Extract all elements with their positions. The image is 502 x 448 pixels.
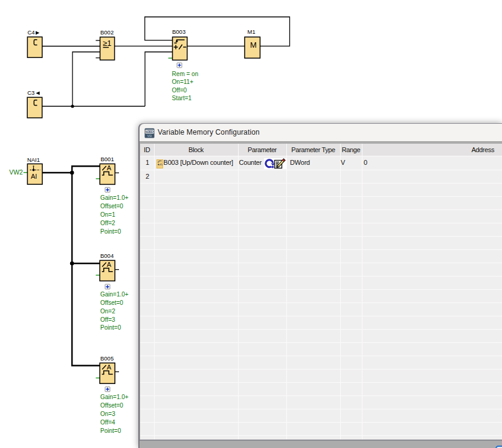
svg-text:On=11+: On=11+ [172,78,194,85]
svg-text:LOGO: LOGO [146,129,153,133]
svg-text:Gain=1.0+: Gain=1.0+ [100,394,129,400]
svg-text:Off=3: Off=3 [100,316,115,323]
svg-text:Point=0: Point=0 [100,427,121,434]
svg-text:Offset=0: Offset=0 [100,203,123,210]
svg-text:C3: C3 [27,89,34,96]
svg-text:Offset=0: Offset=0 [100,402,123,409]
svg-text:C4: C4 [27,29,34,36]
svg-text:Off=2: Off=2 [100,220,115,226]
svg-text:Rem = on: Rem = on [172,71,199,77]
svg-text:Off=4: Off=4 [100,419,115,426]
svg-text:VB: VB [147,134,153,138]
svg-text:VW2: VW2 [9,168,23,176]
svg-text:B004: B004 [100,252,114,259]
svg-text:Gain=1.0+: Gain=1.0+ [100,291,129,298]
svg-text:NAI1: NAI1 [27,156,40,163]
svg-text:B005: B005 [100,355,114,362]
svg-text:Off=0: Off=0 [172,87,187,94]
svg-text:AI: AI [31,173,37,180]
svg-text:M: M [250,40,257,50]
svg-text:Start=1: Start=1 [172,95,192,101]
svg-text:B003: B003 [172,28,185,35]
svg-text:B001: B001 [101,156,114,162]
svg-text:On=2: On=2 [100,308,115,315]
svg-text:Point=0: Point=0 [100,324,121,331]
svg-text:≥1: ≥1 [103,39,111,48]
svg-text:Point=0: Point=0 [100,228,121,235]
svg-text:On=3: On=3 [100,411,115,417]
svg-text:B002: B002 [100,29,114,36]
svg-text:Offset=0: Offset=0 [100,299,123,306]
svg-text:Gain=1.0+: Gain=1.0+ [100,194,129,201]
svg-text:On=1: On=1 [100,211,115,218]
svg-text:M1: M1 [248,28,256,35]
